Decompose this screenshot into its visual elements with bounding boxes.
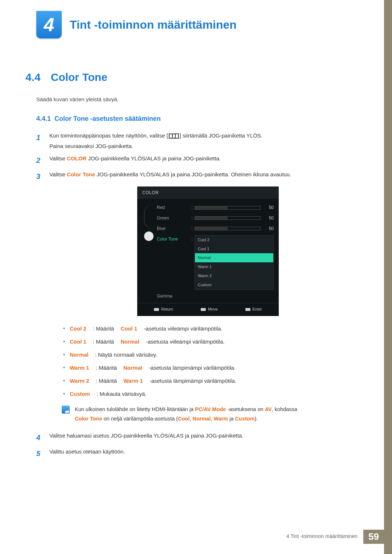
osd-value: 50 (264, 204, 274, 212)
osd-row-green: Green: 50 (157, 213, 274, 223)
bullet-item: Cool 1: Määritä Normal-asetusta viileämp… (63, 336, 367, 347)
step-4: 4 Valitse haluamasi asetus JOG-painikkee… (36, 431, 367, 444)
step-number: 3 (36, 169, 43, 428)
step-5: 5 Valittu asetus otetaan käyttöön. (36, 447, 367, 460)
chapter-title: Tint -toiminnon määrittäminen (70, 18, 237, 32)
osd-label: Red (157, 204, 189, 212)
osd-label-selected: Color Tone (157, 235, 189, 243)
osd-slider (195, 227, 261, 230)
step-number: 2 (36, 153, 43, 167)
steps-list: 1 Kun toimintonäppäinopas tulee näyttöön… (36, 131, 367, 460)
step-number: 5 (36, 447, 43, 460)
step-highlight: Color Tone (67, 171, 95, 177)
osd-title: COLOR (137, 186, 279, 199)
bullet-item: Warm 2: Määritä Warm 1-asetusta lämpimäm… (63, 376, 367, 386)
step-1: 1 Kun toimintonäppäinopas tulee näyttöön… (36, 131, 367, 151)
osd-label: Gamma (157, 292, 189, 300)
subsection-number: 4.4.1 (36, 115, 51, 122)
step-text: Valitse haluamasi asetus JOG-painikkeell… (49, 431, 367, 444)
osd-row-gamma: Gamma (157, 291, 274, 301)
step-3: 3 Valitse Color Tone JOG-painikkeella YL… (36, 169, 367, 428)
note-icon (62, 406, 70, 414)
section-heading: 4.4 Color Tone (25, 71, 367, 83)
step-text: ] siirtämällä JOG-painiketta YLÖS. (180, 132, 262, 139)
osd-option-highlighted: Normal (195, 253, 273, 262)
chapter-header: 4 Tint -toiminnon määrittäminen (36, 11, 367, 38)
osd-row-color-tone: Color Tone: Cool 2 Cool 1 Normal Warm 1 … (157, 234, 274, 291)
step-text: Kun toimintonäppäinopas tulee näyttöön, … (49, 132, 168, 139)
osd-value: 50 (264, 214, 274, 222)
osd-dropdown: Cool 2 Cool 1 Normal Warm 1 Warm 2 Custo… (195, 235, 274, 290)
chapter-number-badge: 4 (36, 11, 62, 38)
osd-option: Warm 2 (195, 271, 273, 280)
osd-row-blue: Blue: 50 (157, 223, 274, 234)
osd-footer-enter: Enter (245, 305, 262, 313)
step-number: 1 (36, 131, 43, 151)
page-footer: 4 Tint -toiminnon määrittäminen 59 (281, 530, 384, 544)
osd-icon-column (141, 202, 157, 301)
section-title: Color Tone (51, 71, 107, 83)
bullet-item: Warm 1: Määritä Normal-asetusta lämpimäm… (63, 362, 367, 373)
step-number: 4 (36, 431, 43, 444)
step-text: JOG-painikkeella YLÖS/ALAS ja paina JOG-… (95, 171, 291, 177)
note-text: Kun ulkoinen tulolähde on liitetty HDMI-… (75, 405, 297, 423)
osd-option: Cool 1 (195, 245, 273, 254)
osd-footer-move: Move (201, 305, 218, 313)
osd-screenshot: COLOR Red: 50 (137, 186, 279, 316)
subsection-title: Color Tone -asetusten säätäminen (54, 115, 161, 122)
osd-footer: Return Move Enter (137, 303, 279, 313)
palette-icon (144, 231, 154, 241)
osd-arc-decor (144, 204, 154, 229)
osd-footer-return: Return (154, 305, 173, 313)
osd-slider (195, 206, 261, 210)
bullet-item: Normal: Näytä normaali värisävy. (63, 349, 367, 360)
osd-label: Blue (157, 225, 189, 233)
page-content: 4 Tint -toiminnon määrittäminen 4.4 Colo… (0, 0, 392, 460)
options-bullet-list: Cool 2: Määritä Cool 1-asetusta viileämp… (63, 323, 367, 399)
menu-icon (169, 134, 179, 139)
step-text: Valitse (49, 171, 67, 177)
step-2: 2 Valitse COLOR JOG-painikkeella YLÖS/AL… (36, 153, 367, 167)
osd-option: Custom (195, 280, 273, 290)
step-text: Paina seuraavaksi JOG-painiketta. (49, 143, 133, 149)
footer-chapter-ref: 4 Tint -toiminnon määrittäminen (281, 530, 363, 544)
osd-option: Cool 2 (195, 235, 273, 245)
osd-option: Warm 1 (195, 262, 273, 271)
step-text: JOG-painikkeella YLÖS/ALAS ja paina JOG-… (86, 155, 221, 161)
bullet-item: Custom: Mukauta värisävyä. (63, 389, 367, 399)
osd-slider (195, 216, 261, 220)
step-text: Valitse (49, 155, 67, 161)
osd-row-red: Red: 50 (157, 202, 274, 213)
osd-value: 50 (264, 225, 274, 233)
osd-label: Green (157, 214, 189, 222)
step-highlight: COLOR (67, 155, 86, 161)
footer-page-number: 59 (363, 530, 384, 544)
side-stripe (384, 0, 392, 554)
note-block: Kun ulkoinen tulolähde on liitetty HDMI-… (62, 405, 367, 423)
subsection-heading: 4.4.1 Color Tone -asetusten säätäminen (36, 115, 367, 123)
bullet-item: Cool 2: Määritä Cool 1-asetusta viileämp… (63, 323, 367, 334)
step-text: Valittu asetus otetaan käyttöön. (49, 447, 367, 460)
section-number: 4.4 (25, 71, 41, 83)
section-intro: Säädä kuvan värien yleistä sävyä. (36, 96, 367, 102)
